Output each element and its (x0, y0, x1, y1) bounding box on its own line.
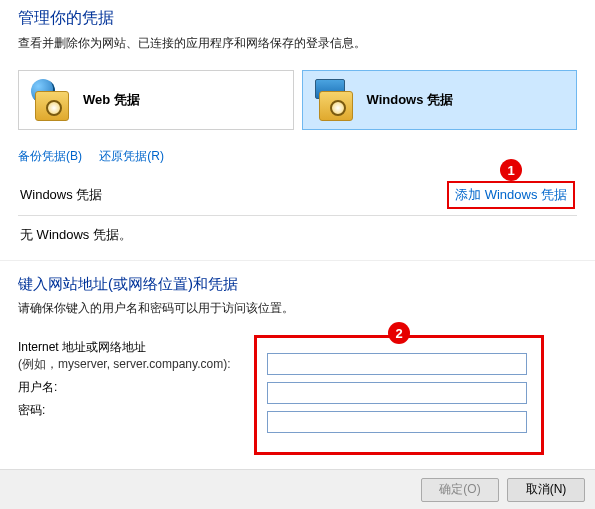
form-title: 键入网站地址(或网络位置)和凭据 (0, 275, 595, 294)
annotation-box-2: 2 (254, 335, 544, 455)
web-safe-icon (31, 79, 73, 121)
ok-button[interactable]: 确定(O) (421, 478, 499, 502)
restore-credentials-link[interactable]: 还原凭据(R) (99, 149, 164, 163)
username-input[interactable] (267, 382, 527, 404)
form-description: 请确保你键入的用户名和密码可以用于访问该位置。 (0, 300, 595, 317)
add-windows-credential-link[interactable]: 添加 Windows 凭据 (455, 187, 567, 202)
tile-windows-credentials[interactable]: Windows 凭据 (302, 70, 578, 130)
tile-windows-label: Windows 凭据 (367, 91, 454, 109)
no-windows-credentials-text: 无 Windows 凭据。 (18, 216, 577, 256)
page-description: 查看并删除你为网站、已连接的应用程序和网络保存的登录信息。 (18, 35, 577, 52)
annotation-marker-1: 1 (500, 159, 522, 181)
windows-safe-icon (315, 79, 357, 121)
backup-restore-links: 备份凭据(B) 还原凭据(R) (18, 148, 577, 165)
address-input[interactable] (267, 353, 527, 375)
password-input[interactable] (267, 411, 527, 433)
backup-credentials-link[interactable]: 备份凭据(B) (18, 149, 82, 163)
page-title: 管理你的凭据 (18, 8, 577, 29)
annotation-marker-2: 2 (388, 322, 410, 344)
username-label: 用户名: (18, 380, 57, 394)
windows-credentials-section-label: Windows 凭据 (20, 186, 102, 204)
tile-web-credentials[interactable]: Web 凭据 (18, 70, 294, 130)
password-label: 密码: (18, 403, 45, 417)
credential-form: Internet 地址或网络地址 (例如，myserver, server.co… (0, 339, 595, 419)
cancel-button[interactable]: 取消(N) (507, 478, 585, 502)
credential-type-tiles: Web 凭据 Windows 凭据 (18, 70, 577, 130)
address-hint: (例如，myserver, server.company.com): (18, 357, 230, 371)
windows-credentials-header: Windows 凭据 1 添加 Windows 凭据 (18, 175, 577, 216)
annotation-box-1: 1 添加 Windows 凭据 (447, 181, 575, 209)
credentials-manager-panel: 管理你的凭据 查看并删除你为网站、已连接的应用程序和网络保存的登录信息。 Web… (0, 0, 595, 261)
tile-web-label: Web 凭据 (83, 91, 140, 109)
dialog-button-bar: 确定(O) 取消(N) (0, 469, 595, 509)
address-label: Internet 地址或网络地址 (18, 340, 146, 354)
